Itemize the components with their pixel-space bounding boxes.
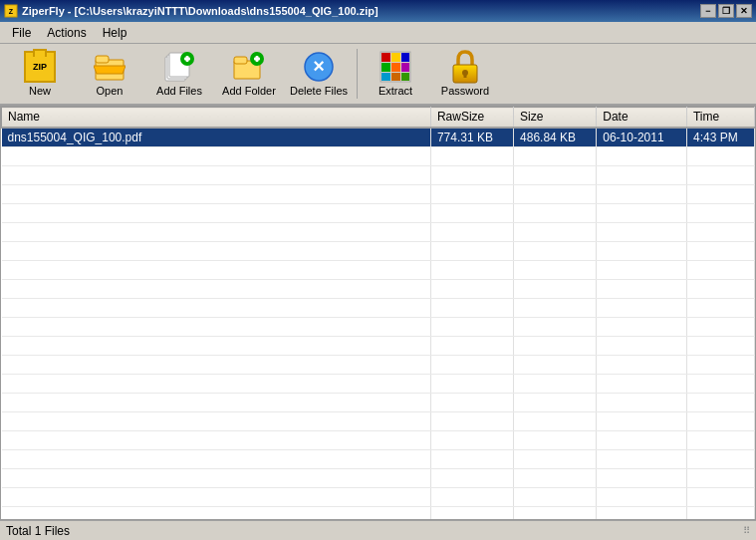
- add-files-icon: [163, 51, 195, 83]
- toolbar-separator: [357, 49, 358, 99]
- password-icon: [449, 51, 481, 83]
- menu-file[interactable]: File: [4, 24, 39, 42]
- file-time: 4:43 PM: [686, 128, 754, 147]
- table-row-empty: [2, 411, 755, 430]
- table-row-empty: [2, 506, 755, 520]
- col-rawsize[interactable]: RawSize: [430, 108, 513, 128]
- minimize-button[interactable]: −: [700, 4, 716, 18]
- file-size: 486.84 KB: [514, 128, 597, 147]
- table-row-empty: [2, 374, 755, 393]
- file-rawsize: 774.31 KB: [430, 128, 513, 147]
- file-date: 06-10-2011: [597, 128, 687, 147]
- table-row-empty: [2, 184, 755, 203]
- table-row-empty: [2, 355, 755, 374]
- extract-button[interactable]: Extract: [362, 47, 429, 101]
- restore-button[interactable]: ❐: [718, 4, 734, 18]
- add-files-label: Add Files: [156, 85, 202, 97]
- add-files-svg: [163, 51, 195, 83]
- status-bar: Total 1 Files ⠿: [0, 520, 756, 540]
- col-name[interactable]: Name: [2, 108, 431, 128]
- add-folder-label: Add Folder: [222, 85, 276, 97]
- file-table: Name RawSize Size Date Time dns155004_QI…: [1, 107, 755, 520]
- col-size[interactable]: Size: [514, 108, 597, 128]
- toolbar: ZIP New Open Add Files: [0, 44, 756, 106]
- open-label: Open: [97, 85, 124, 97]
- close-button[interactable]: ✕: [736, 4, 752, 18]
- password-label: Password: [441, 85, 489, 97]
- delete-files-svg: ×: [303, 51, 335, 83]
- table-row-empty: [2, 317, 755, 336]
- table-row-empty: [2, 203, 755, 222]
- table-row-empty: [2, 487, 755, 506]
- table-row-empty: [2, 241, 755, 260]
- table-row-empty: [2, 393, 755, 411]
- table-row[interactable]: dns155004_QIG_100.pdf774.31 KB486.84 KB0…: [2, 128, 755, 147]
- svg-rect-25: [381, 73, 390, 81]
- new-icon: ZIP: [24, 51, 56, 83]
- table-row-empty: [2, 449, 755, 468]
- title-bar: Z ZiperFly - [C:\Users\krazyiNTTT\Downlo…: [0, 0, 756, 22]
- table-row-empty: [2, 146, 755, 165]
- extract-svg: [379, 51, 411, 83]
- add-folder-svg: [233, 51, 265, 83]
- svg-rect-27: [401, 73, 409, 81]
- table-row-empty: [2, 222, 755, 241]
- table-row-empty: [2, 165, 755, 184]
- menu-actions[interactable]: Actions: [39, 24, 94, 42]
- open-button[interactable]: Open: [76, 47, 143, 101]
- app-icon: Z: [4, 4, 18, 18]
- table-row-empty: [2, 336, 755, 355]
- svg-text:×: ×: [313, 55, 325, 77]
- svg-text:Z: Z: [9, 8, 14, 15]
- svg-rect-12: [234, 57, 247, 64]
- svg-rect-30: [464, 73, 467, 78]
- svg-rect-24: [401, 63, 409, 72]
- col-date[interactable]: Date: [597, 108, 687, 128]
- add-folder-button[interactable]: Add Folder: [215, 47, 283, 101]
- svg-rect-3: [96, 56, 109, 63]
- file-name: dns155004_QIG_100.pdf: [2, 128, 431, 147]
- table-header-row: Name RawSize Size Date Time: [2, 108, 755, 128]
- folder-open-icon: [94, 52, 126, 82]
- table-row-empty: [2, 298, 755, 317]
- svg-rect-21: [401, 53, 409, 62]
- table-row-empty: [2, 279, 755, 298]
- table-row-empty: [2, 260, 755, 279]
- svg-rect-23: [391, 63, 400, 72]
- svg-rect-22: [381, 63, 390, 72]
- svg-rect-10: [186, 56, 189, 62]
- extract-label: Extract: [378, 85, 412, 97]
- new-button[interactable]: ZIP New: [6, 47, 74, 101]
- open-icon: [94, 51, 126, 83]
- file-list-container: Name RawSize Size Date Time dns155004_QI…: [0, 106, 756, 520]
- table-row-empty: [2, 430, 755, 449]
- add-files-button[interactable]: Add Files: [145, 47, 213, 101]
- delete-files-label: Delete Files: [290, 85, 348, 97]
- new-label: New: [29, 85, 51, 97]
- add-folder-icon: [233, 51, 265, 83]
- delete-files-button[interactable]: × Delete Files: [285, 47, 353, 101]
- menu-bar: File Actions Help: [0, 22, 756, 44]
- resize-grip: ⠿: [743, 525, 750, 536]
- menu-help[interactable]: Help: [95, 24, 135, 42]
- svg-rect-15: [256, 56, 259, 62]
- svg-rect-19: [381, 53, 390, 62]
- password-button[interactable]: Password: [431, 47, 499, 101]
- status-text: Total 1 Files: [6, 524, 70, 538]
- table-row-empty: [2, 468, 755, 487]
- extract-icon: [379, 51, 411, 83]
- file-list-area: Name RawSize Size Date Time dns155004_QI…: [0, 106, 756, 520]
- zip-new-icon: ZIP: [24, 51, 56, 83]
- col-time[interactable]: Time: [686, 108, 754, 128]
- svg-rect-20: [391, 53, 400, 62]
- svg-rect-26: [391, 73, 400, 81]
- svg-marker-4: [94, 66, 126, 74]
- lock-svg: [450, 50, 480, 84]
- window-title: ZiperFly - [C:\Users\krazyiNTTT\Download…: [22, 5, 378, 17]
- delete-files-icon: ×: [303, 51, 335, 83]
